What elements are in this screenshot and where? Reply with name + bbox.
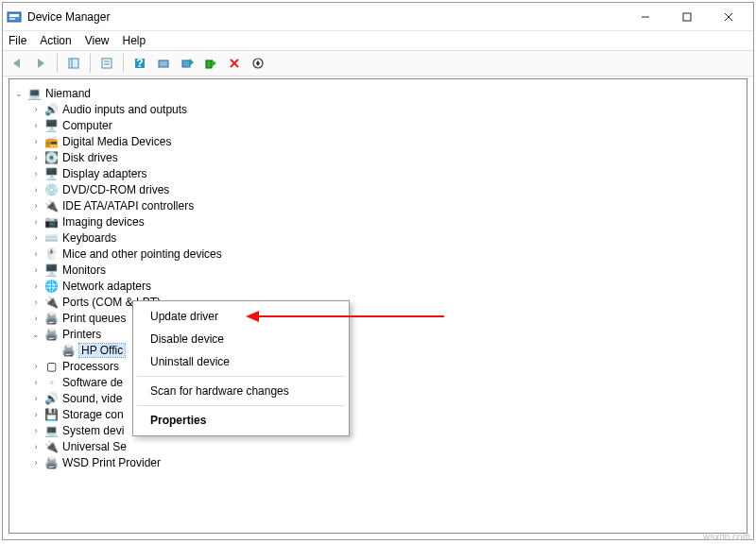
tree-item-label: Mice and other pointing devices xyxy=(62,247,222,261)
tree-item-label: IDE ATA/ATAPI controllers xyxy=(62,199,194,212)
tree-item-label: Disk drives xyxy=(62,151,118,164)
maximize-button[interactable] xyxy=(666,4,708,30)
scan-button[interactable] xyxy=(153,53,174,74)
tree-item[interactable]: ›🖥️Display adapters xyxy=(28,165,745,181)
update-driver-button[interactable] xyxy=(177,53,198,74)
tree-item-label: Universal Se xyxy=(62,440,127,453)
expand-icon[interactable]: › xyxy=(30,200,42,212)
tree-item[interactable]: ›📻Digital Media Devices xyxy=(28,133,745,149)
menu-view[interactable]: View xyxy=(85,34,110,47)
scan-hw-button[interactable] xyxy=(248,53,268,74)
tree-item[interactable]: ›🔌IDE ATA/ATAPI controllers xyxy=(28,197,745,213)
expand-icon[interactable]: › xyxy=(30,120,42,131)
ctx-properties[interactable]: Properties xyxy=(135,409,347,432)
tree-item[interactable]: ›💽Disk drives xyxy=(28,149,745,165)
ctx-disable-device[interactable]: Disable device xyxy=(135,328,347,350)
device-icon: 🔌 xyxy=(43,198,59,213)
tree-item[interactable]: ⌄💻Niemand xyxy=(11,85,745,101)
device-icon: 🔌 xyxy=(43,439,59,454)
expand-icon[interactable]: › xyxy=(30,425,42,436)
collapse-icon[interactable]: ⌄ xyxy=(30,329,42,340)
tree-item-label: WSD Print Provider xyxy=(62,456,161,469)
expand-icon[interactable]: › xyxy=(30,232,42,244)
svg-marker-18 xyxy=(190,59,194,66)
expand-icon[interactable]: › xyxy=(30,457,42,468)
tree-item[interactable]: ›⌨️Keyboards xyxy=(28,230,745,246)
svg-rect-1 xyxy=(9,14,19,17)
tree-item-label: Niemand xyxy=(45,87,91,100)
close-button[interactable] xyxy=(708,4,749,30)
ctx-uninstall-device[interactable]: Uninstall device xyxy=(135,350,347,373)
expand-icon[interactable]: › xyxy=(30,393,42,404)
device-icon: ▫️ xyxy=(43,375,59,390)
expand-icon[interactable]: › xyxy=(30,313,42,324)
tree-view[interactable]: ⌄💻Niemand›🔊Audio inputs and outputs›🖥️Co… xyxy=(9,78,747,534)
collapse-icon[interactable]: ⌄ xyxy=(13,88,25,99)
menu-help[interactable]: Help xyxy=(123,34,146,47)
expand-icon[interactable]: › xyxy=(30,136,42,147)
device-icon: 🖥️ xyxy=(43,263,59,278)
expand-icon[interactable]: › xyxy=(30,264,42,276)
toolbar-divider xyxy=(57,54,58,73)
device-icon: 🖥️ xyxy=(43,166,59,181)
svg-marker-24 xyxy=(256,60,260,66)
expand-icon[interactable]: › xyxy=(30,104,42,115)
ctx-separator xyxy=(137,405,345,406)
expand-icon[interactable]: › xyxy=(30,409,42,420)
device-icon: 💾 xyxy=(43,407,59,422)
device-icon: 🌐 xyxy=(43,279,59,294)
ctx-separator xyxy=(137,376,345,377)
device-icon: 💿 xyxy=(43,182,59,197)
tree-item[interactable]: ›🖨️WSD Print Provider xyxy=(28,454,745,470)
expand-icon[interactable]: › xyxy=(30,216,42,228)
tree-item[interactable]: ›🌐Network adapters xyxy=(28,278,745,294)
show-hide-tree-button[interactable] xyxy=(63,53,84,74)
tree-item-label: Digital Media Devices xyxy=(62,135,171,148)
enable-button[interactable] xyxy=(200,53,221,74)
tree-item-label: Computer xyxy=(62,119,112,132)
ctx-scan-hardware[interactable]: Scan for hardware changes xyxy=(135,380,347,402)
device-icon: 🔊 xyxy=(43,391,59,406)
svg-text:?: ? xyxy=(136,57,143,70)
menu-file[interactable]: File xyxy=(9,34,26,47)
blank-icon xyxy=(47,345,59,356)
tree-item[interactable]: ›📷Imaging devices xyxy=(28,213,745,230)
device-icon: 💽 xyxy=(43,150,59,165)
expand-icon[interactable]: › xyxy=(30,248,42,260)
svg-rect-9 xyxy=(69,59,78,68)
expand-icon[interactable]: › xyxy=(30,168,42,179)
tree-item-label: Printers xyxy=(62,328,101,341)
device-icon: 🔌 xyxy=(43,295,59,310)
expand-icon[interactable]: › xyxy=(30,152,42,163)
tree-item[interactable]: ›💿DVD/CD-ROM drives xyxy=(28,181,745,197)
tree-item[interactable]: ›🔊Audio inputs and outputs xyxy=(28,101,745,117)
help-button[interactable]: ? xyxy=(129,53,150,74)
menu-action[interactable]: Action xyxy=(40,34,71,47)
minimize-button[interactable] xyxy=(625,4,666,30)
tree-item-label: DVD/CD-ROM drives xyxy=(62,183,169,196)
expand-icon[interactable]: › xyxy=(30,184,42,196)
window-title: Device Manager xyxy=(27,10,625,24)
toolbar-divider xyxy=(90,54,91,73)
expand-icon[interactable]: › xyxy=(30,361,42,372)
tree-item-label: Imaging devices xyxy=(62,215,145,229)
expand-icon[interactable]: › xyxy=(30,280,42,292)
tree-item[interactable]: ›🖥️Monitors xyxy=(28,262,745,278)
svg-rect-19 xyxy=(206,60,212,68)
properties-button[interactable] xyxy=(96,53,117,74)
tree-item[interactable]: ›🔌Universal Se xyxy=(28,438,745,454)
expand-icon[interactable]: › xyxy=(30,441,42,452)
tree-item[interactable]: ›🖱️Mice and other pointing devices xyxy=(28,246,745,262)
device-icon: 📻 xyxy=(43,134,59,149)
forward-button[interactable] xyxy=(30,53,51,74)
expand-icon[interactable]: › xyxy=(30,297,42,308)
tree-item-label: Network adapters xyxy=(62,280,151,293)
back-button[interactable] xyxy=(7,53,27,74)
device-icon: 🖱️ xyxy=(43,246,59,262)
uninstall-button[interactable] xyxy=(224,53,245,74)
tree-item[interactable]: ›🖥️Computer xyxy=(28,117,745,133)
svg-rect-2 xyxy=(9,18,15,20)
expand-icon[interactable]: › xyxy=(30,377,42,388)
svg-marker-8 xyxy=(38,59,44,68)
tree-item-label: Print queues xyxy=(62,312,126,325)
